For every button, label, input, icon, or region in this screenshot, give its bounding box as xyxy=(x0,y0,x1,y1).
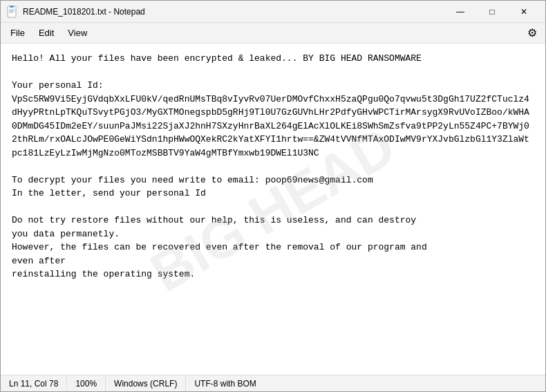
menu-edit[interactable]: Edit xyxy=(32,25,61,41)
window-title: README_1018201.txt - Notepad xyxy=(23,7,444,17)
line-ending: Windows (CRLF) xyxy=(106,375,186,391)
notepad-icon xyxy=(6,6,19,18)
minimize-button[interactable]: — xyxy=(444,1,476,23)
settings-icon[interactable]: ⚙ xyxy=(522,23,543,44)
svg-rect-0 xyxy=(8,6,16,17)
menu-bar: File Edit View ⚙ xyxy=(1,23,545,44)
zoom-level: 100% xyxy=(67,375,106,391)
maximize-button[interactable]: □ xyxy=(476,1,508,23)
title-bar: README_1018201.txt - Notepad — □ ✕ xyxy=(1,1,545,23)
svg-rect-1 xyxy=(10,6,14,8)
notepad-window: README_1018201.txt - Notepad — □ ✕ File … xyxy=(0,0,546,392)
encoding: UTF-8 with BOM xyxy=(186,375,264,391)
close-button[interactable]: ✕ xyxy=(508,1,540,23)
menu-view[interactable]: View xyxy=(61,25,94,41)
window-controls: — □ ✕ xyxy=(444,1,540,23)
menu-file[interactable]: File xyxy=(3,25,32,41)
cursor-position: Ln 11, Col 78 xyxy=(1,375,67,391)
text-content[interactable]: Hello! All your files have been encrypte… xyxy=(1,44,545,290)
status-bar: Ln 11, Col 78 100% Windows (CRLF) UTF-8 … xyxy=(1,375,545,391)
